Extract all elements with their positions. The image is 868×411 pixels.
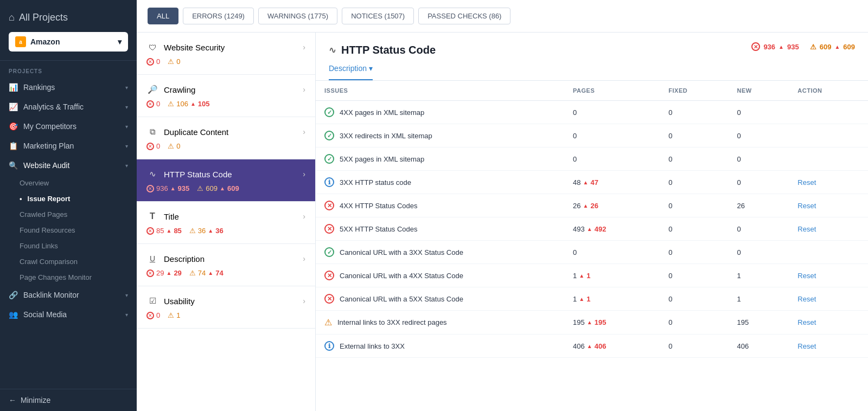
card-usability[interactable]: ☑ Usability › ✕ 0 ⚠ 1 [137,286,315,329]
pages-value: 195 ▲ 195 [564,311,660,335]
status-ok-icon: ✓ [324,247,334,257]
issue-text: 3XX redirects in XML sitemap [340,132,432,140]
error-stat: ✕ 85 ▲ 85 [146,227,182,235]
new-value: 26 [729,194,789,217]
table-row: ℹ External links to 3XX 406 ▲ 406 0 406 … [316,335,868,358]
sidebar-sub-found-resources[interactable]: Found Resources [0,222,137,238]
issue-cell: ✕ 5XX HTTP Status Codes [316,217,564,241]
col-issues: ISSUES [316,81,564,101]
card-http-status-code[interactable]: ∿ HTTP Status Code › ✕ 936 ▲ 935 ⚠ 609 [137,159,315,202]
table-body: ✓ 4XX pages in XML sitemap 0 0 0 ✓ 3XX r… [316,101,868,358]
underline-icon: U [146,253,158,265]
pages-up-value: 406 [595,342,607,350]
left-panel: 🛡 Website Security › ✕ 0 ⚠ 0 [137,33,316,411]
tab-notices[interactable]: NOTICES (1507) [342,8,414,24]
action-cell: Reset [789,194,868,217]
reset-button[interactable]: Reset [797,225,816,233]
up-arrow-icon: ▲ [208,228,213,234]
amazon-icon: a [15,36,26,47]
bar-chart-icon: 📊 [9,83,18,92]
pages-cell: 26 ▲ 26 [573,202,651,210]
action-cell: Reset [789,311,868,335]
pages-up-value: 26 [590,202,598,210]
reset-button[interactable]: Reset [797,178,816,187]
pages-value: 1 ▲ 1 [564,264,660,287]
warning-triangle-icon: ⚠ [189,227,196,235]
status-error-icon: ✕ [324,224,334,234]
sidebar-sub-found-links[interactable]: Found Links [0,238,137,254]
warning-icon: ⚠ [810,43,816,51]
issue-cell: ✕ Canonical URL with a 4XX Status Code [316,264,564,287]
sidebar-header: ⌂ All Projects a Amazon ▾ [0,0,137,61]
table-row: ✓ 5XX pages in XML sitemap 0 0 0 [316,147,868,171]
reset-button[interactable]: Reset [797,202,816,210]
section-label: PROJECTS [0,61,137,78]
sidebar-sub-issue-report[interactable]: Issue Report [0,191,137,207]
up-arrow-icon: ▲ [208,270,213,276]
sidebar-sub-crawled-pages[interactable]: Crawled Pages [0,207,137,222]
minimize-button[interactable]: ← Minimize [0,389,137,411]
reset-button[interactable]: Reset [797,342,816,350]
issue-cell: ✓ Canonical URL with a 3XX Status Code [316,241,564,264]
action-cell: Reset [789,264,868,287]
fixed-value: 0 [660,147,728,171]
description-button[interactable]: Description ▾ [329,64,373,80]
pages-up-value: 1 [586,295,590,303]
up-arrow-icon: ▲ [190,101,196,107]
minimize-label: Minimize [21,396,50,404]
reset-button[interactable]: Reset [797,272,816,280]
up-arrow-icon: ▲ [166,270,171,276]
table-row: ✕ Canonical URL with a 5XX Status Code 1… [316,287,868,311]
status-ok-icon: ✓ [324,154,334,164]
card-description[interactable]: U Description › ✕ 29 ▲ 29 ⚠ 74 ▲ [137,244,315,286]
card-crawling[interactable]: 🔎 Crawling › ✕ 0 ⚠ 106 ▲ 105 [137,75,315,117]
chevron-right-icon: › [303,127,305,136]
sidebar-item-marketing[interactable]: 📋 Marketing Plan ▾ [0,136,137,156]
sidebar-item-social[interactable]: 👥 Social Media ▾ [0,305,137,324]
summary-error: ✕ 936 ▲ 935 [751,42,799,51]
pages-up-value: 195 [595,318,607,326]
social-icon: 👥 [9,310,18,319]
sidebar-item-rankings[interactable]: 📊 Rankings ▾ [0,78,137,97]
up-arrow-icon: ▲ [587,343,592,349]
card-website-security[interactable]: 🛡 Website Security › ✕ 0 ⚠ 0 [137,33,315,75]
up-arrow-icon: ▲ [166,228,171,234]
card-title[interactable]: T Title › ✕ 85 ▲ 85 ⚠ 36 ▲ [137,202,315,244]
content-area: 🛡 Website Security › ✕ 0 ⚠ 0 [137,33,868,411]
sidebar-sub-page-changes[interactable]: Page Changes Monitor [0,269,137,285]
page-changes-label: Page Changes Monitor [20,273,92,281]
status-info-icon: ℹ [324,341,334,351]
chevron-icon: ▾ [125,104,128,110]
sidebar-item-backlink[interactable]: 🔗 Backlink Monitor ▾ [0,285,137,305]
fixed-value: 0 [660,264,728,287]
project-selector[interactable]: a Amazon ▾ [9,32,128,52]
chevron-icon: ▾ [125,85,128,91]
tab-all[interactable]: ALL [148,8,178,24]
pages-value: 0 [564,147,660,171]
tab-errors[interactable]: ERRORS (1249) [183,8,254,24]
warning-stat: ⚠ 0 [168,142,180,150]
sidebar-item-competitors[interactable]: 🎯 My Competitors ▾ [0,117,137,136]
tab-warnings[interactable]: WARNINGS (1775) [258,8,337,24]
duplicate-title: Duplicate Content [164,127,228,137]
all-projects-button[interactable]: ⌂ All Projects [9,9,128,27]
table-row: ℹ 3XX HTTP status code 48 ▲ 47 0 0 Reset [316,171,868,194]
up-arrow-icon: ▲ [587,226,592,232]
sidebar-sub-overview[interactable]: Overview [0,175,137,191]
error-circle-icon: ✕ [146,269,154,277]
sidebar-sub-crawl-comparison[interactable]: Crawl Comparison [0,254,137,269]
minimize-icon: ← [9,396,16,404]
reset-button[interactable]: Reset [797,318,816,326]
all-projects-label: All Projects [19,12,68,23]
issues-table: ISSUES PAGES FIXED NEW ACTION ✓ 4XX page… [316,81,868,358]
fixed-value: 0 [660,194,728,217]
text-icon: T [146,210,158,222]
error-stat: ✕ 936 ▲ 935 [146,184,189,192]
card-duplicate-content[interactable]: ⧉ Duplicate Content › ✕ 0 ⚠ 0 [137,117,315,159]
tab-passed[interactable]: PASSED CHECKS (86) [418,8,510,24]
reset-button[interactable]: Reset [797,295,816,303]
sidebar-item-website-audit[interactable]: 🔍 Website Audit ▾ [0,156,137,175]
sidebar-item-analytics[interactable]: 📈 Analytics & Traffic ▾ [0,97,137,117]
competitors-label: My Competitors [23,122,76,131]
chevron-right-icon: › [303,297,305,305]
